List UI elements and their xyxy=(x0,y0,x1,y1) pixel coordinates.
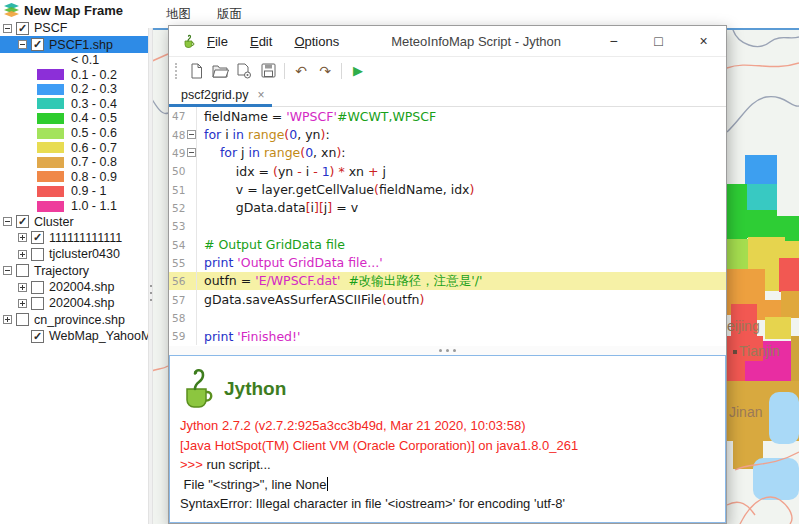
legend-item[interactable]: 1.0 - 1.1 xyxy=(0,199,148,214)
menu-file[interactable]: File xyxy=(207,34,228,49)
code-token: 'Output GridData file...' xyxy=(237,255,382,270)
layer-label: PSCF xyxy=(34,21,67,35)
map-grid-cell xyxy=(727,239,748,270)
fold-collapse-icon[interactable] xyxy=(187,148,196,157)
code-token: gData.data xyxy=(204,200,306,215)
code-token: range xyxy=(264,145,300,160)
editor-tab-pscf2grid[interactable]: pscf2grid.py × xyxy=(169,84,272,106)
panel-splitter[interactable] xyxy=(148,28,153,524)
layer-item-tjcluster0430[interactable]: tjcluster0430 xyxy=(0,246,148,262)
map-grid-cell xyxy=(745,155,777,186)
expander-toggle[interactable] xyxy=(3,266,12,275)
fold-collapse-icon[interactable] xyxy=(187,130,196,139)
layer-item-cn_province.shp[interactable]: cn_province.shp xyxy=(0,312,148,328)
document-tab-bar: 地图 版面 xyxy=(150,0,799,28)
layer-item-PSCF1.shp[interactable]: ✓PSCF1.shp xyxy=(0,36,148,52)
console-line: >>> run script... xyxy=(180,455,725,475)
expander-toggle[interactable] xyxy=(18,299,27,308)
close-button[interactable]: × xyxy=(681,27,726,56)
legend-item[interactable]: 0.6 - 0.7 xyxy=(0,140,148,155)
layers-panel: New Map Frame ✓PSCF✓PSCF1.shp< 0.10.1 - … xyxy=(0,0,148,524)
console-panel[interactable]: Jython Jython 2.7.2 (v2.7.2:925a3cc3b49d… xyxy=(169,355,726,523)
legend-swatch xyxy=(37,142,64,153)
code-text: gData.data[i][j] = v xyxy=(197,200,358,215)
expander-toggle[interactable] xyxy=(18,233,27,242)
open-file-button[interactable] xyxy=(208,60,232,82)
layer-checkbox[interactable] xyxy=(31,281,44,294)
text-caret xyxy=(327,477,328,491)
line-number: 56 xyxy=(169,275,187,287)
legend-label: 0.2 - 0.3 xyxy=(71,82,117,96)
undo-button[interactable]: ↶ xyxy=(289,60,313,82)
layer-checkbox[interactable] xyxy=(31,297,44,310)
undo-icon: ↶ xyxy=(295,64,307,78)
layer-checkbox[interactable] xyxy=(16,264,29,277)
line-number: 58 xyxy=(169,312,187,324)
menu-edit[interactable]: Edit xyxy=(250,34,272,49)
layer-checkbox[interactable]: ✓ xyxy=(16,22,29,35)
code-token: j xyxy=(237,145,248,160)
layer-item-202004.shp[interactable]: 202004.shp xyxy=(0,279,148,295)
legend-item[interactable]: 0.8 - 0.9 xyxy=(0,170,148,185)
code-line: 50 idx = (yn - i - 1) * xn + j xyxy=(169,162,726,180)
maximize-button[interactable]: □ xyxy=(636,27,681,56)
expander-toggle[interactable] xyxy=(3,315,12,324)
map-city-label: Jinan xyxy=(729,404,762,420)
expander-toggle[interactable] xyxy=(3,24,12,33)
minimize-button[interactable]: − xyxy=(591,27,636,56)
code-text: print 'Finished!' xyxy=(197,329,300,344)
save-button[interactable] xyxy=(256,60,280,82)
expander-toggle[interactable] xyxy=(18,283,27,292)
layer-item-Cluster[interactable]: ✓Cluster xyxy=(0,213,148,229)
legend-item[interactable]: 0.1 - 0.2 xyxy=(0,67,148,82)
expander-toggle[interactable] xyxy=(18,250,27,259)
legend-swatch xyxy=(37,157,64,168)
legend-item[interactable]: 0.9 - 1 xyxy=(0,184,148,199)
legend-item[interactable]: 0.4 - 0.5 xyxy=(0,111,148,126)
line-number: 48 xyxy=(169,129,187,141)
new-file-button[interactable] xyxy=(184,60,208,82)
layer-checkbox[interactable]: ✓ xyxy=(31,38,44,51)
tab-layout[interactable]: 版面 xyxy=(217,6,242,23)
expander-toggle[interactable] xyxy=(3,217,12,226)
redo-button[interactable]: ↷ xyxy=(313,60,337,82)
layer-item-Trajectory[interactable]: Trajectory xyxy=(0,262,148,278)
meteoinfomap-app: eijingTianjinJinan 地图 版面 New Map Frame ✓… xyxy=(0,0,799,524)
legend-item[interactable]: 0.7 - 0.8 xyxy=(0,155,148,170)
layer-checkbox[interactable]: ✓ xyxy=(31,330,44,343)
legend-item[interactable]: < 0.1 xyxy=(0,53,148,68)
map-frame-node[interactable]: New Map Frame xyxy=(0,0,148,20)
line-number: 51 xyxy=(169,184,187,196)
legend-label: < 0.1 xyxy=(71,53,99,67)
expander-toggle[interactable] xyxy=(18,40,27,49)
layer-checkbox[interactable]: ✓ xyxy=(16,215,29,228)
save-as-button[interactable] xyxy=(232,60,256,82)
code-token: : xyxy=(325,127,329,142)
layer-item-111111111111[interactable]: ✓111111111111 xyxy=(0,230,148,246)
legend-item[interactable]: 0.3 - 0.4 xyxy=(0,97,148,112)
map-frame-label: New Map Frame xyxy=(24,3,123,18)
layer-checkbox[interactable]: ✓ xyxy=(31,231,44,244)
layer-label: Cluster xyxy=(34,215,74,229)
console-text: [Java HotSpot(TM) Client VM (Oracle Corp… xyxy=(180,438,578,453)
layer-checkbox[interactable] xyxy=(31,248,44,261)
code-token: ) xyxy=(420,292,425,307)
menu-options[interactable]: Options xyxy=(294,34,339,49)
window-title: MeteoInfoMap Script - Jython xyxy=(361,34,591,49)
console-line: Jython 2.7.2 (v2.7.2:925a3cc3b49d, Mar 2… xyxy=(180,416,725,436)
layer-item-PSCF[interactable]: ✓PSCF xyxy=(0,20,148,36)
editor-console-splitter[interactable] xyxy=(169,346,726,355)
console-text: >>> xyxy=(180,457,206,472)
run-script-button[interactable]: ▶ xyxy=(346,60,370,82)
legend-item[interactable]: 0.2 - 0.3 xyxy=(0,82,148,97)
layer-checkbox[interactable] xyxy=(16,313,29,326)
legend-item[interactable]: 0.5 - 0.6 xyxy=(0,126,148,141)
code-token: in xyxy=(249,145,260,160)
layer-item-202004.shp[interactable]: 202004.shp xyxy=(0,295,148,311)
legend-label: 0.7 - 0.8 xyxy=(71,155,117,169)
tab-map[interactable]: 地图 xyxy=(166,6,191,23)
code-editor[interactable]: 47fieldName = 'WPSCF'#WCWT,WPSCF48for i … xyxy=(169,107,726,346)
layer-item-WebMap_YahooMap[interactable]: ✓WebMap_YahooMap xyxy=(0,328,148,344)
titlebar[interactable]: File Edit Options MeteoInfoMap Script - … xyxy=(169,26,726,57)
tab-close-icon[interactable]: × xyxy=(257,88,264,102)
